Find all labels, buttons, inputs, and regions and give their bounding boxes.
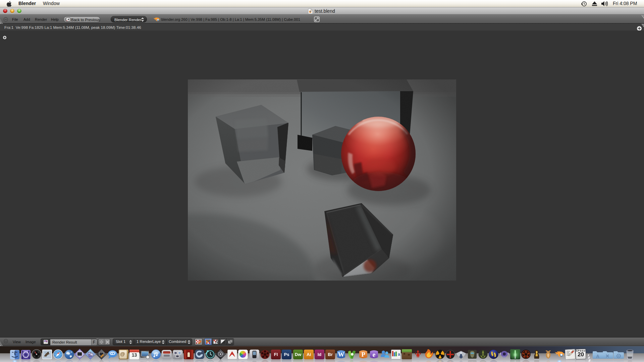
svg-text:A: A — [596, 354, 599, 359]
svg-text:W: W — [338, 351, 344, 358]
svg-text:P: P — [361, 351, 365, 358]
svg-text:e: e — [373, 351, 376, 358]
